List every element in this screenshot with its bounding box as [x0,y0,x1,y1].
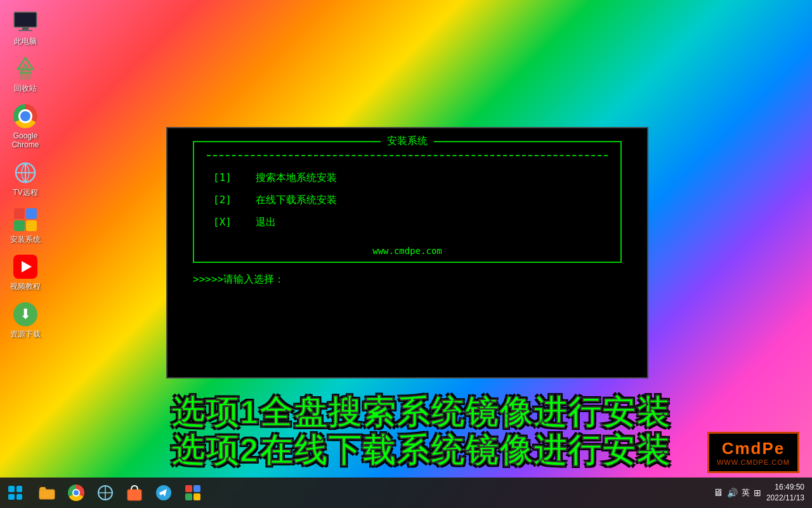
annotation-line1: 选项1全盘搜索系统镜像进行安装 [171,394,799,432]
grid-icon: ⊞ [754,488,761,498]
download-icon-label: 资源下载 [10,330,41,338]
svg-rect-14 [128,490,141,500]
taskbar-clock: 16:49:50 2022/11/13 [766,482,804,504]
menu-item-x[interactable]: [X] 退出 [207,211,608,233]
monitor-icon: 🖥 [713,487,723,498]
taskbar-msstore[interactable] [179,479,207,507]
language-indicator[interactable]: 英 [742,487,750,498]
clock-date: 2022/11/13 [766,493,804,504]
desktop-icon-recycle[interactable]: 回收站 [3,53,48,95]
menu-title: 安装系统 [381,135,434,148]
desktop-icon-video[interactable]: 视频教程 [3,251,48,293]
desktop-icons: 此电脑 回收站 Google Chrome [0,0,51,457]
cmdpe-url: WWW.CMDPE.COM [717,458,790,466]
svg-rect-3 [18,30,32,31]
svg-rect-2 [22,27,29,30]
taskbar-explorer[interactable] [33,479,61,507]
taskbar: 🖥 🔊 英 ⊞ 16:49:50 2022/11/13 [0,478,812,508]
chrome-icon-label: Google Chrome [5,131,46,150]
video-icon-label: 视频教程 [10,282,41,291]
recycle-icon-label: 回收站 [14,84,37,93]
taskbar-telegram[interactable] [150,479,178,507]
desktop-icon-tv[interactable]: TV远程 [3,157,48,199]
menu-item-2[interactable]: [2] 在线下载系统安装 [207,189,608,211]
svg-rect-6 [20,70,30,79]
computer-icon [13,9,38,34]
speaker-icon: 🔊 [727,488,738,498]
video-icon [13,254,38,279]
desktop-icon-chrome[interactable]: Google Chrome [3,101,48,152]
annotation-line2: 选项2在线下载系统镜像进行安装 [171,432,799,470]
desktop-icon-computer[interactable]: 此电脑 [3,6,48,48]
tv-icon [13,160,38,185]
desktop-icon-download[interactable]: ⬇ 资源下载 [3,299,48,341]
cmdpe-badge: CmdPe WWW.CMDPE.COM [707,432,799,473]
taskbar-navigation[interactable] [91,479,119,507]
taskbar-apps [30,479,209,507]
clock-time: 16:49:50 [766,482,804,493]
install-icon-label: 安装系统 [10,235,41,244]
desktop-icon-install[interactable]: 安装系统 [3,204,48,246]
taskbar-chrome[interactable] [62,479,90,507]
taskbar-right: 🖥 🔊 英 ⊞ 16:49:50 2022/11/13 [713,482,812,504]
terminal-window: 安装系统 [1] 搜索本地系统安装 [2] 在线下载系统安装 [X] 退出 ww… [166,127,648,378]
menu-footer-text: www.cmdpe.com [372,246,442,256]
download-icon: ⬇ [13,302,38,327]
menu-footer-bar: www.cmdpe.com [193,240,622,263]
windows-logo [8,486,22,500]
menu-container: 安装系统 [1] 搜索本地系统安装 [2] 在线下载系统安装 [X] 退出 ww… [193,141,622,263]
recycle-icon [13,56,38,81]
terminal-prompt[interactable]: >>>>>请输入选择： [187,273,628,286]
chrome-icon [13,104,38,129]
computer-icon-label: 此电脑 [14,37,37,46]
tv-icon-label: TV远程 [13,188,37,197]
cmdpe-logo: CmdPe [722,439,785,458]
install-icon [13,207,38,232]
menu-outer-box: 安装系统 [1] 搜索本地系统安装 [2] 在线下载系统安装 [X] 退出 [193,141,622,240]
system-tray-icons: 🖥 🔊 英 ⊞ [713,487,761,498]
svg-rect-1 [15,13,36,26]
taskbar-store[interactable] [121,479,148,507]
svg-rect-10 [39,490,55,499]
start-button[interactable] [0,478,30,508]
menu-item-1[interactable]: [1] 搜索本地系统安装 [207,166,608,189]
dashed-divider [207,155,608,156]
